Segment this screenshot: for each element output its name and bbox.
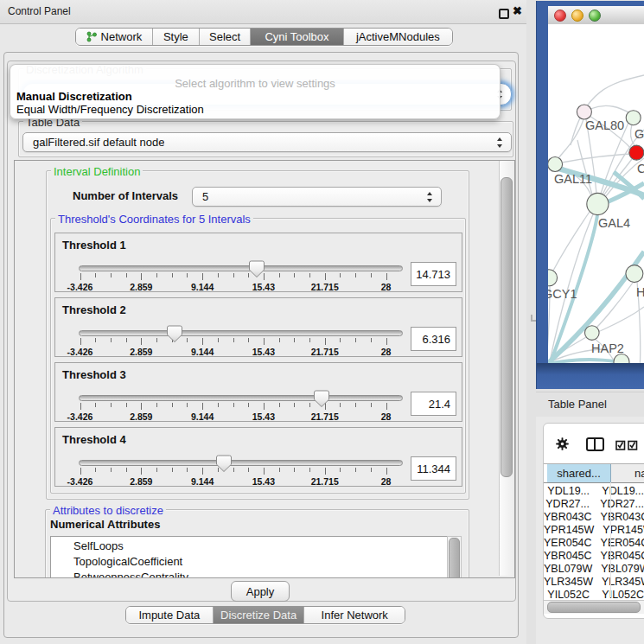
threshold-value-field[interactable]: 21.4 xyxy=(411,392,456,416)
screen: Control Panel ✖ NetworkStyleSelectCyni T… xyxy=(0,0,644,644)
node-label: HAP2 xyxy=(591,341,624,355)
checkbox-icon[interactable] xyxy=(615,438,626,449)
minor-tick xyxy=(187,468,188,472)
tick-label: 28 xyxy=(381,282,392,292)
tab-jactivemnodules[interactable]: jActiveMNodules xyxy=(344,29,452,45)
slider-track[interactable] xyxy=(79,460,403,466)
network-icon xyxy=(86,31,97,42)
threshold-panel-3: Threshold 3-3.4262.8599.14415.4321.71528… xyxy=(54,362,462,422)
slider-track[interactable] xyxy=(79,395,403,401)
minor-tick xyxy=(187,338,188,342)
minor-tick xyxy=(95,468,96,472)
cell-shared-name: YBL079W xyxy=(544,563,592,576)
settings-scrollbar-thumb[interactable] xyxy=(501,177,513,477)
minor-tick xyxy=(111,468,112,472)
list-item[interactable]: SelfLoops xyxy=(51,538,448,553)
tab-infer-network[interactable]: Infer Network xyxy=(304,607,405,623)
columns-icon[interactable] xyxy=(586,437,604,451)
minor-tick xyxy=(248,403,249,407)
tab-style[interactable]: Style xyxy=(153,29,200,45)
network-node[interactable] xyxy=(614,354,629,364)
minor-tick xyxy=(156,468,157,472)
mac-close-button[interactable] xyxy=(554,10,566,22)
slider-track[interactable] xyxy=(79,265,403,271)
slider-thumb[interactable] xyxy=(314,390,329,408)
minor-tick xyxy=(111,338,112,342)
table-row[interactable]: YBR043CYBR043C xyxy=(544,511,644,524)
mac-minimize-button[interactable] xyxy=(571,10,583,22)
node-label: GAL11 xyxy=(554,172,592,186)
minor-tick xyxy=(279,403,280,407)
minor-tick xyxy=(126,403,127,407)
table-row[interactable]: YBL079WYBL079W xyxy=(544,563,644,576)
minor-tick xyxy=(248,468,249,472)
threshold-value-field[interactable]: 6.316 xyxy=(411,327,456,351)
slider-thumb[interactable] xyxy=(216,455,232,473)
checkbox-icon[interactable] xyxy=(628,438,638,449)
list-item[interactable]: TopologicalCoefficient xyxy=(51,553,448,569)
major-tick xyxy=(386,273,387,280)
table-row[interactable]: YIL052CYIL052C xyxy=(544,589,644,598)
tab-discretize-data[interactable]: Discretize Data xyxy=(214,607,305,623)
apply-button[interactable]: Apply xyxy=(231,581,290,602)
tab-select[interactable]: Select xyxy=(200,29,251,45)
mac-zoom-button[interactable] xyxy=(589,10,601,22)
thresholds-group-title: Threshold's Coordinates for 5 Intervals xyxy=(55,213,253,226)
attributes-list-scrollbar-thumb[interactable] xyxy=(449,538,460,578)
network-node[interactable] xyxy=(585,326,600,341)
tab-label: Infer Network xyxy=(322,609,388,622)
numerical-attributes-list[interactable]: SelfLoopsTopologicalCoefficientBetweenne… xyxy=(50,536,449,578)
slider-thumb[interactable] xyxy=(249,260,265,278)
minor-tick xyxy=(309,273,310,277)
table-data-combo[interactable]: galFiltered.sif default node xyxy=(22,132,512,152)
minor-tick xyxy=(309,403,310,407)
tab-label: Discretize Data xyxy=(220,609,296,622)
tab-cyni-toolbox[interactable]: Cyni Toolbox xyxy=(251,29,344,45)
threshold-label: Threshold 4 xyxy=(62,433,126,446)
tab-impute-data[interactable]: Impute Data xyxy=(126,607,214,623)
tick-label: 15.43 xyxy=(252,282,275,292)
float-window-icon[interactable] xyxy=(499,9,509,19)
slider-track[interactable] xyxy=(79,330,403,336)
column-header-shared-name[interactable]: shared... xyxy=(547,464,611,482)
major-tick xyxy=(80,403,81,410)
column-header-name[interactable]: name xyxy=(611,464,644,482)
network-node[interactable] xyxy=(626,265,643,283)
close-icon[interactable]: ✖ xyxy=(513,4,522,17)
network-node[interactable] xyxy=(577,105,591,119)
threshold-value-field[interactable]: 11.344 xyxy=(411,456,456,481)
table-row[interactable]: YBR045CYBR045C xyxy=(544,550,644,563)
network-node[interactable] xyxy=(548,157,563,172)
tab-network[interactable]: Network xyxy=(76,29,153,45)
major-tick xyxy=(325,273,326,280)
table-row[interactable]: YER054CYER054C xyxy=(544,537,644,550)
minor-tick xyxy=(294,338,295,342)
table-row[interactable]: YLR345WYLR345W xyxy=(544,576,644,589)
tick-label: -3.426 xyxy=(67,282,93,292)
minor-tick xyxy=(172,468,173,472)
network-node[interactable] xyxy=(587,193,609,214)
table-row[interactable]: YDR27...YDR27... xyxy=(544,498,644,511)
network-node[interactable] xyxy=(548,270,558,286)
list-item[interactable]: BetweennessCentrality xyxy=(51,569,448,578)
table-row[interactable]: YDL19...YDL19... xyxy=(544,485,644,498)
network-node[interactable] xyxy=(626,111,641,125)
table-hscrollbar-thumb[interactable] xyxy=(547,602,641,613)
network-canvas[interactable]: GAL80GAL3CRP1GAL11GAL4GCY1HXT1HAP2 xyxy=(548,24,644,363)
control-panel-titlebar[interactable]: Control Panel ✖ xyxy=(0,0,526,24)
minor-tick xyxy=(340,403,341,407)
threshold-value-field[interactable]: 14.713 xyxy=(411,262,456,286)
menu-item-equal-width[interactable]: Equal Width/Frequency Discretization xyxy=(16,103,204,116)
minor-tick xyxy=(355,338,356,342)
tick-label: 15.43 xyxy=(252,476,275,487)
slider-thumb[interactable] xyxy=(167,325,182,343)
number-of-intervals-combo[interactable]: 5 xyxy=(192,187,442,207)
menu-item-manual-discretization[interactable]: Manual Discretization xyxy=(16,90,132,103)
gear-icon[interactable] xyxy=(556,437,569,454)
network-node[interactable] xyxy=(629,145,644,160)
minor-tick xyxy=(309,468,310,472)
major-tick xyxy=(264,338,265,345)
table-row[interactable]: YPR145WYPR145W xyxy=(544,524,644,537)
minor-tick xyxy=(371,273,372,277)
minor-tick xyxy=(371,468,372,472)
